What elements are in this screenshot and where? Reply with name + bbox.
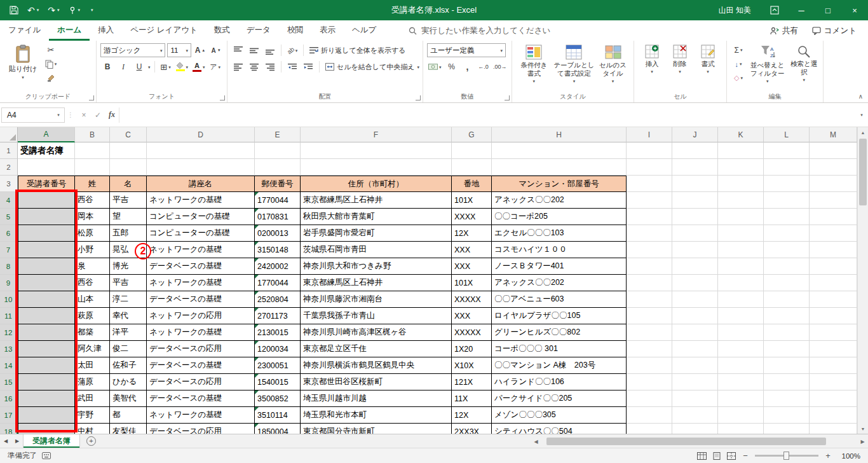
cell-F18[interactable]: 東京都国分寺市新町: [301, 424, 452, 434]
cell-F4[interactable]: 東京都練馬区上石神井: [301, 192, 452, 209]
cell-I16[interactable]: [627, 390, 672, 407]
zoom-in-button[interactable]: +: [824, 451, 832, 460]
column-header-L[interactable]: L: [764, 127, 810, 142]
cell-E14[interactable]: 2300051: [255, 357, 301, 374]
expand-formula-bar-icon[interactable]: ▾: [857, 113, 867, 118]
cell-B17[interactable]: 宇野: [75, 407, 110, 424]
ribbon-tab-挿入[interactable]: 挿入: [90, 20, 122, 41]
cell-F13[interactable]: 東京都足立区千住: [301, 341, 452, 357]
cell-L13[interactable]: [764, 341, 810, 357]
cell-A11[interactable]: [18, 308, 75, 324]
cell-K6[interactable]: [718, 225, 764, 242]
cell-M7[interactable]: [810, 242, 857, 258]
cell-M17[interactable]: [810, 407, 857, 424]
column-header-A[interactable]: A: [18, 127, 75, 142]
cell-C7[interactable]: 晃弘: [110, 242, 147, 258]
borders-button[interactable]: ⊞▾: [159, 60, 173, 74]
cell-B5[interactable]: 岡本: [75, 209, 110, 225]
redo-button[interactable]: ↷▾: [43, 0, 64, 20]
vertical-scrollbar[interactable]: ▲ ▼: [857, 127, 868, 434]
cell-H5[interactable]: 〇〇コーポ205: [492, 209, 627, 225]
find-select-button[interactable]: 検索と選択 ▾: [789, 43, 819, 85]
cell-K14[interactable]: [718, 357, 764, 374]
cell-C14[interactable]: 佐和子: [110, 357, 147, 374]
cell-G1[interactable]: [452, 142, 492, 159]
cell-L17[interactable]: [764, 407, 810, 424]
ribbon-tab-ホーム[interactable]: ホーム: [49, 20, 90, 41]
cell-C16[interactable]: 美智代: [110, 390, 147, 407]
row-header-1[interactable]: 1: [0, 142, 18, 159]
cell-A18[interactable]: [18, 424, 75, 434]
cell-F2[interactable]: [301, 159, 452, 176]
orientation-button[interactable]: ab▾: [285, 43, 299, 57]
row-header-10[interactable]: 10: [0, 291, 18, 308]
user-name[interactable]: 山田 知美: [719, 5, 751, 16]
cell-G10[interactable]: XXXXX: [452, 291, 492, 308]
maximize-button[interactable]: □: [815, 0, 841, 20]
cell-G16[interactable]: 11X: [452, 390, 492, 407]
cell-J9[interactable]: [672, 275, 718, 291]
cell-B15[interactable]: 蒲原: [75, 374, 110, 390]
phonetic-guide-button[interactable]: ア▾: [208, 60, 222, 74]
cell-A16[interactable]: [18, 390, 75, 407]
hscroll-left-arrow[interactable]: ◀: [531, 439, 541, 445]
cell-G7[interactable]: XXX: [452, 242, 492, 258]
cell-J7[interactable]: [672, 242, 718, 258]
cell-F6[interactable]: 岩手県盛岡市愛宕町: [301, 225, 452, 242]
cell-L6[interactable]: [764, 225, 810, 242]
cell-A14[interactable]: [18, 357, 75, 374]
cell-J3[interactable]: [672, 176, 718, 192]
cell-K13[interactable]: [718, 341, 764, 357]
format-cells-button[interactable]: 書式 ▾: [694, 43, 722, 75]
cell-I8[interactable]: [627, 258, 672, 275]
zoom-slider-thumb[interactable]: [783, 452, 789, 460]
cell-F9[interactable]: 東京都練馬区上石神井: [301, 275, 452, 291]
cell-G18[interactable]: 2XX3X: [452, 424, 492, 434]
ribbon-tab-表示[interactable]: 表示: [311, 20, 344, 41]
cell-G3[interactable]: 番地: [452, 176, 492, 192]
cell-D1[interactable]: [147, 142, 255, 159]
cell-I2[interactable]: [627, 159, 672, 176]
cell-L10[interactable]: [764, 291, 810, 308]
cell-D9[interactable]: ネットワークの基礎: [147, 275, 255, 291]
percent-format-button[interactable]: %: [445, 60, 459, 74]
cell-H12[interactable]: グリーンヒルズ〇〇802: [492, 324, 627, 341]
cell-D12[interactable]: ネットワークの基礎: [147, 324, 255, 341]
cell-I3[interactable]: [627, 176, 672, 192]
column-header-H[interactable]: H: [492, 127, 627, 142]
cell-C9[interactable]: 平吉: [110, 275, 147, 291]
increase-decimal-button[interactable]: ←.0: [477, 60, 491, 74]
number-format-select[interactable]: ユーザー定義▾: [427, 43, 506, 57]
cell-M15[interactable]: [810, 374, 857, 390]
align-right-button[interactable]: [263, 60, 277, 74]
cell-J17[interactable]: [672, 407, 718, 424]
cell-M12[interactable]: [810, 324, 857, 341]
macro-record-icon[interactable]: [42, 452, 51, 459]
cell-I1[interactable]: [627, 142, 672, 159]
row-header-4[interactable]: 4: [0, 192, 18, 209]
cell-B8[interactable]: 泉: [75, 258, 110, 275]
cell-K7[interactable]: [718, 242, 764, 258]
column-header-G[interactable]: G: [452, 127, 492, 142]
cell-B1[interactable]: [75, 142, 110, 159]
fill-button[interactable]: ↓▾: [731, 57, 746, 71]
cell-E13[interactable]: 1200034: [255, 341, 301, 357]
cell-J12[interactable]: [672, 324, 718, 341]
cell-H9[interactable]: アネックス〇〇202: [492, 275, 627, 291]
cell-A17[interactable]: [18, 407, 75, 424]
cell-J6[interactable]: [672, 225, 718, 242]
cell-D5[interactable]: コンピューターの基礎: [147, 209, 255, 225]
bold-button[interactable]: B: [100, 60, 114, 74]
view-page-break-icon[interactable]: [727, 452, 736, 460]
alignment-dialog-launcher[interactable]: [416, 95, 421, 100]
cell-I4[interactable]: [627, 192, 672, 209]
cell-D6[interactable]: コンピューターの基礎: [147, 225, 255, 242]
cell-K17[interactable]: [718, 407, 764, 424]
row-header-12[interactable]: 12: [0, 324, 18, 341]
column-header-F[interactable]: F: [301, 127, 452, 142]
cell-F14[interactable]: 神奈川県横浜市鶴見区鶴見中央: [301, 357, 452, 374]
cell-D14[interactable]: データベースの基礎: [147, 357, 255, 374]
copy-button[interactable]: ▾: [43, 57, 58, 71]
new-sheet-button[interactable]: +: [86, 436, 96, 446]
cell-J11[interactable]: [672, 308, 718, 324]
